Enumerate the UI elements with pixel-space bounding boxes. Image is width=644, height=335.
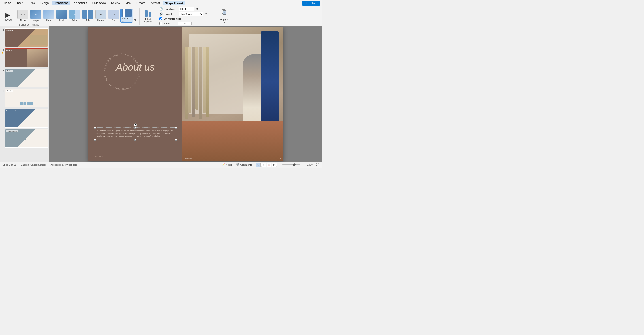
apply-to-all-button[interactable]: ↓ Apply to All — [217, 8, 232, 25]
on-mouse-click-checkbox[interactable] — [159, 18, 162, 20]
zoom-thumb[interactable] — [293, 163, 296, 166]
fit-to-window-icon[interactable]: ⛶ — [316, 163, 319, 167]
wipe-icon: → — [69, 10, 80, 19]
slide-thumb-2[interactable]: About us — [5, 48, 48, 67]
slide-item-5[interactable]: 5 Product overview — [1, 109, 48, 128]
ribbon-group-transitions: None None ⟲ Morph Fade — [15, 6, 140, 26]
transition-wipe[interactable]: → Wipe — [68, 9, 81, 23]
slide-item-1[interactable]: 1 Pitch deck — [1, 28, 48, 47]
after-input[interactable] — [178, 22, 192, 25]
slide-item-3[interactable]: 3 Problem — [1, 69, 48, 87]
slide-thumb-3[interactable]: Problem — [5, 69, 48, 87]
slide-number-3: 3 — [1, 69, 4, 72]
rotate-handle[interactable]: ↺ — [134, 123, 137, 127]
after-spinner[interactable]: ▲▼ — [193, 22, 195, 25]
menu-transitions[interactable]: Transitions — [52, 1, 70, 5]
slide-body-text: At Contoso, we're disrupting the online … — [97, 129, 174, 138]
cut-icon: ✂ — [108, 10, 119, 19]
zoom-slider[interactable] — [282, 164, 300, 165]
transition-none[interactable]: None None — [16, 9, 29, 23]
menu-animations[interactable]: Animations — [72, 1, 89, 5]
duration-input[interactable] — [179, 7, 194, 11]
handle-tr[interactable] — [175, 127, 177, 129]
clock-icon: 🕐 — [159, 7, 163, 11]
transition-to-slide-label: Transition to This Slide — [16, 23, 133, 26]
sound-select[interactable]: [No Sound] — [179, 12, 204, 16]
menu-acrobat[interactable]: Acrobat — [148, 1, 162, 5]
slide-thumb-6[interactable]: Product benefits — [5, 129, 48, 148]
transition-reveal[interactable]: ◧ Reveal — [94, 9, 107, 23]
accessibility-btn[interactable]: Accessibility: Investigate — [50, 163, 77, 166]
transition-cut[interactable]: ✂ Cut — [108, 9, 120, 23]
slide-thumb-inner-6: Product benefits — [5, 129, 48, 147]
slide-right-panel: Pitch deck 2 — [182, 27, 283, 161]
slide-thumb-label-2: About us — [6, 50, 12, 51]
slide-text-box[interactable]: ↺ At Contoso, we're disrupting the onlin… — [95, 123, 176, 140]
menu-view[interactable]: View — [123, 1, 133, 5]
slide-title: About us — [94, 62, 177, 73]
slide-number-5: 5 — [1, 110, 4, 112]
sound-icon: 🔊 — [159, 12, 163, 16]
pitch-label-right: Pitch deck — [184, 158, 192, 159]
handle-br[interactable] — [175, 139, 177, 141]
status-right: 📝 Notes 💬 Comments ⊟ ⊞ 📖 ▶ − + 108% ⛶ — [220, 163, 319, 167]
zoom-out-icon[interactable]: − — [278, 163, 280, 167]
slide-thumb-1[interactable]: Pitch deck — [5, 28, 48, 47]
slide-thumb-4[interactable]: Solution — [5, 89, 48, 108]
slideshow-button[interactable]: ▶ — [272, 163, 277, 167]
menu-design[interactable]: Design — [38, 1, 51, 5]
handle-tl[interactable] — [94, 127, 96, 129]
effect-options-button[interactable]: Effect Options — [142, 9, 155, 23]
ribbon-group-timing: 🕐 Duration: ▲▼ 🔊 Sound: [No Sound] ▼ On … — [157, 6, 215, 26]
menu-draw[interactable]: Draw — [26, 1, 37, 5]
duration-spinner[interactable]: ▲▼ — [196, 7, 198, 11]
handle-bm[interactable] — [134, 139, 136, 141]
handle-tm[interactable] — [134, 127, 136, 129]
text-box-content[interactable]: At Contoso, we're disrupting the online … — [95, 127, 176, 140]
normal-view-button[interactable]: ⊟ — [256, 163, 261, 167]
zoom-in-icon[interactable]: + — [302, 163, 304, 167]
preview-button[interactable]: ▶ Preview — [2, 10, 14, 22]
sound-row: 🔊 Sound: [No Sound] ▼ — [159, 12, 213, 16]
slide-thumb-5[interactable]: Product overview — [5, 109, 48, 128]
sound-expand-icon[interactable]: ▼ — [205, 13, 207, 15]
none-icon: None — [18, 10, 28, 19]
comments-button[interactable]: 💬 Comments — [234, 163, 254, 167]
slide-item-4[interactable]: 4 Solution — [1, 89, 48, 108]
menu-insert[interactable]: Insert — [14, 1, 26, 5]
push-icon: ↓ — [56, 10, 67, 19]
transition-fade[interactable]: Fade — [42, 9, 55, 23]
share-button[interactable]: 👤+ Share — [302, 1, 320, 6]
slide-star-2: ★ — [2, 52, 4, 54]
apply-all-icon: ↓ — [221, 8, 229, 17]
ribbon-group-preview: ▶ Preview — [1, 6, 15, 26]
after-checkbox[interactable] — [159, 22, 162, 25]
notes-button[interactable]: 📝 Notes — [220, 163, 234, 167]
preview-icon: ▶ — [5, 11, 10, 19]
transition-split[interactable]: Split — [82, 9, 94, 23]
slide-item-6[interactable]: 6 Product benefits — [1, 129, 48, 148]
svg-rect-7 — [148, 12, 151, 17]
menu-shape-format[interactable]: Shape Format — [163, 1, 185, 5]
view-buttons: ⊟ ⊞ 📖 ▶ — [256, 163, 277, 167]
menu-record[interactable]: Record — [134, 1, 148, 5]
reading-view-button[interactable]: 📖 — [266, 163, 272, 167]
slide-thumb-label-1: Pitch deck — [6, 30, 13, 31]
transition-morph[interactable]: ⟲ Morph — [30, 9, 42, 23]
after-row: After: ▲▼ — [159, 22, 213, 25]
notes-icon: 📝 — [222, 163, 225, 166]
slide-sorter-button[interactable]: ⊞ — [261, 163, 266, 167]
handle-bl[interactable] — [94, 139, 96, 141]
menu-home[interactable]: Home — [2, 1, 14, 5]
slide-info: Slide 2 of 21 — [3, 163, 16, 166]
slide-item-2[interactable]: 2 ★ About us — [1, 48, 48, 67]
language-info: English (United States) — [21, 163, 46, 166]
canvas-area[interactable]: WE HELP BUSINESSES GROW AND NURTURE A CO… — [49, 27, 322, 162]
transition-random-bars[interactable]: Random Bars — [120, 9, 133, 23]
slide-number-1: 1 — [1, 29, 4, 32]
zoom-level[interactable]: 108% — [306, 163, 314, 166]
menu-slideshow[interactable]: Slide Show — [90, 1, 108, 5]
transitions-more-button[interactable]: ▼ — [133, 18, 138, 26]
menu-review[interactable]: Review — [109, 1, 122, 5]
transition-push[interactable]: ↓ Push — [56, 9, 68, 23]
